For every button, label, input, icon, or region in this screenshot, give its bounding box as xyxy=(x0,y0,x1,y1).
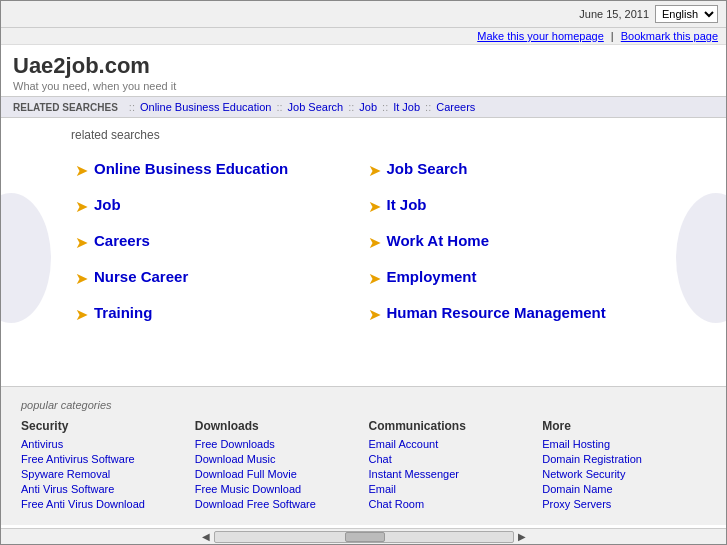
comms-link-1[interactable]: Chat xyxy=(369,453,533,465)
related-bar-item-3[interactable]: It Job xyxy=(393,101,420,113)
site-title: Uae2job.com xyxy=(13,53,714,79)
category-more-heading: More xyxy=(542,419,706,433)
arrow-icon-6: ➤ xyxy=(75,269,88,288)
main-area: related searches ➤ Online Business Educa… xyxy=(1,118,726,378)
security-link-1[interactable]: Free Antivirus Software xyxy=(21,453,185,465)
content-area: Uae2job.com What you need, when you need… xyxy=(1,45,726,528)
arrow-icon-5: ➤ xyxy=(368,233,381,252)
popular-categories-title: popular categories xyxy=(21,399,706,411)
categories-grid: Security Antivirus Free Antivirus Softwa… xyxy=(21,419,706,513)
arrow-icon-2: ➤ xyxy=(75,197,88,216)
security-link-0[interactable]: Antivirus xyxy=(21,438,185,450)
homepage-link[interactable]: Make this your homepage xyxy=(477,30,604,42)
more-link-4[interactable]: Proxy Servers xyxy=(542,498,706,510)
language-select[interactable]: English Arabic xyxy=(655,5,718,23)
arrow-icon-4: ➤ xyxy=(75,233,88,252)
security-link-2[interactable]: Spyware Removal xyxy=(21,468,185,480)
category-communications: Communications Email Account Chat Instan… xyxy=(369,419,533,513)
site-header: Uae2job.com What you need, when you need… xyxy=(1,45,726,96)
search-link-8[interactable]: Training xyxy=(94,304,152,321)
category-more: More Email Hosting Domain Registration N… xyxy=(542,419,706,513)
related-searches-label: RELATED SEARCHES xyxy=(13,102,118,113)
related-bar-item-0[interactable]: Online Business Education xyxy=(140,101,271,113)
search-item-0: ➤ Online Business Education xyxy=(71,152,364,188)
more-link-1[interactable]: Domain Registration xyxy=(542,453,706,465)
right-circle-shape xyxy=(676,193,726,323)
search-link-3[interactable]: It Job xyxy=(387,196,427,213)
scroll-left-arrow[interactable]: ◀ xyxy=(198,531,214,542)
search-item-7: ➤ Employment xyxy=(364,260,657,296)
more-link-3[interactable]: Domain Name xyxy=(542,483,706,495)
comms-link-3[interactable]: Email xyxy=(369,483,533,495)
arrow-icon-8: ➤ xyxy=(75,305,88,324)
horizontal-scrollbar[interactable] xyxy=(214,531,514,543)
search-link-7[interactable]: Employment xyxy=(387,268,477,285)
search-link-1[interactable]: Job Search xyxy=(387,160,468,177)
arrow-icon-3: ➤ xyxy=(368,197,381,216)
downloads-link-0[interactable]: Free Downloads xyxy=(195,438,359,450)
search-item-6: ➤ Nurse Career xyxy=(71,260,364,296)
more-link-2[interactable]: Network Security xyxy=(542,468,706,480)
arrow-icon-0: ➤ xyxy=(75,161,88,180)
search-link-5[interactable]: Work At Home xyxy=(387,232,490,249)
top-bar: June 15, 2011 English Arabic xyxy=(1,1,726,28)
comms-link-0[interactable]: Email Account xyxy=(369,438,533,450)
downloads-link-1[interactable]: Download Music xyxy=(195,453,359,465)
scroll-right-arrow[interactable]: ▶ xyxy=(514,531,530,542)
search-link-9[interactable]: Human Resource Management xyxy=(387,304,606,321)
arrow-icon-9: ➤ xyxy=(368,305,381,324)
security-link-4[interactable]: Free Anti Virus Download xyxy=(21,498,185,510)
bookmark-link[interactable]: Bookmark this page xyxy=(621,30,718,42)
arrow-icon-1: ➤ xyxy=(368,161,381,180)
category-security: Security Antivirus Free Antivirus Softwa… xyxy=(21,419,185,513)
search-item-5: ➤ Work At Home xyxy=(364,224,657,260)
downloads-link-4[interactable]: Download Free Software xyxy=(195,498,359,510)
search-item-8: ➤ Training xyxy=(71,296,364,332)
related-searches-bar: RELATED SEARCHES :: Online Business Educ… xyxy=(1,96,726,118)
comms-link-4[interactable]: Chat Room xyxy=(369,498,533,510)
category-communications-heading: Communications xyxy=(369,419,533,433)
right-decoration xyxy=(676,118,726,378)
category-security-heading: Security xyxy=(21,419,185,433)
search-item-4: ➤ Careers xyxy=(71,224,364,260)
top-right: June 15, 2011 English Arabic xyxy=(579,5,718,23)
links-bar: Make this your homepage | Bookmark this … xyxy=(1,28,726,45)
search-item-2: ➤ Job xyxy=(71,188,364,224)
related-searches-heading: related searches xyxy=(71,128,656,142)
search-item-9: ➤ Human Resource Management xyxy=(364,296,657,332)
search-grid: related searches ➤ Online Business Educa… xyxy=(51,118,676,378)
related-bar-item-4[interactable]: Careers xyxy=(436,101,475,113)
downloads-link-2[interactable]: Download Full Movie xyxy=(195,468,359,480)
security-link-3[interactable]: Anti Virus Software xyxy=(21,483,185,495)
arrow-icon-7: ➤ xyxy=(368,269,381,288)
scrollbar-thumb[interactable] xyxy=(345,532,385,542)
related-bar-item-1[interactable]: Job Search xyxy=(288,101,344,113)
related-bar-item-2[interactable]: Job xyxy=(359,101,377,113)
date-label: June 15, 2011 xyxy=(579,8,649,20)
search-columns: ➤ Online Business Education ➤ Job Search… xyxy=(71,152,656,332)
search-item-3: ➤ It Job xyxy=(364,188,657,224)
search-link-2[interactable]: Job xyxy=(94,196,121,213)
search-link-6[interactable]: Nurse Career xyxy=(94,268,188,285)
category-downloads: Downloads Free Downloads Download Music … xyxy=(195,419,359,513)
popular-section: popular categories Security Antivirus Fr… xyxy=(1,386,726,525)
search-item-1: ➤ Job Search xyxy=(364,152,657,188)
search-link-0[interactable]: Online Business Education xyxy=(94,160,288,177)
left-decoration xyxy=(1,118,51,378)
left-circle-shape xyxy=(1,193,51,323)
more-link-0[interactable]: Email Hosting xyxy=(542,438,706,450)
bottom-scrollbar: ◀ ▶ xyxy=(1,528,726,544)
search-link-4[interactable]: Careers xyxy=(94,232,150,249)
comms-link-2[interactable]: Instant Messenger xyxy=(369,468,533,480)
downloads-link-3[interactable]: Free Music Download xyxy=(195,483,359,495)
category-downloads-heading: Downloads xyxy=(195,419,359,433)
site-subtitle: What you need, when you need it xyxy=(13,80,714,92)
